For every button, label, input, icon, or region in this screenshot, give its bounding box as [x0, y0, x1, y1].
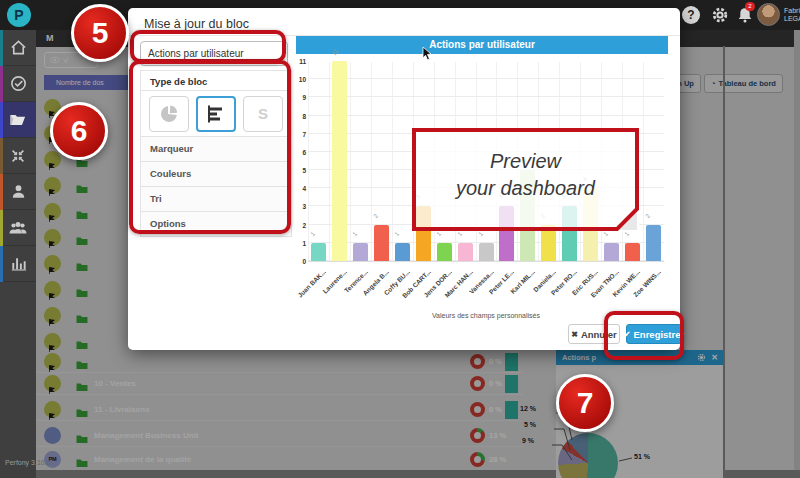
callout-rect-name-input	[130, 30, 286, 63]
collapse-arrows-icon	[9, 147, 27, 165]
callout-step-6: 6	[50, 102, 108, 160]
bar-value-label: 1	[435, 231, 442, 237]
chart-bar[interactable]	[374, 225, 389, 261]
mouse-cursor	[422, 46, 433, 61]
callout-rect-options-panel	[129, 60, 291, 234]
chart-bar[interactable]	[332, 61, 347, 261]
chart-bar[interactable]	[311, 243, 326, 261]
callout-rect-save-button	[604, 311, 684, 360]
settings-gear-icon[interactable]	[711, 6, 729, 24]
bar-value-label: 1	[477, 231, 484, 237]
person-icon	[9, 182, 28, 201]
preview-note-line2: your dashboard	[416, 175, 635, 202]
chart-bar[interactable]	[646, 225, 661, 261]
y-axis-tick: 6	[296, 149, 306, 156]
chart-bar[interactable]	[479, 243, 494, 261]
sidebar-item-tasks[interactable]	[0, 66, 36, 102]
left-nav-sidebar	[0, 30, 36, 478]
user-first-name: Fabrice	[784, 7, 800, 15]
sidebar-item-teams[interactable]	[0, 210, 36, 246]
sidebar-item-collapse[interactable]	[0, 138, 36, 174]
notification-count-badge: 2	[745, 2, 755, 11]
chart-bar[interactable]	[353, 243, 368, 261]
help-icon[interactable]: ?	[682, 6, 700, 24]
y-axis-tick: 8	[296, 113, 306, 120]
y-axis-tick: 4	[296, 185, 306, 192]
people-group-icon	[8, 218, 28, 238]
y-axis-tick: 2	[296, 222, 306, 229]
user-last-name: LEGAU	[784, 15, 800, 23]
preview-note: Preview your dashboard	[412, 128, 639, 231]
y-axis-tick: 10	[296, 76, 306, 83]
bar-value-label: 1	[393, 231, 400, 237]
bar-value-label: 1	[456, 231, 463, 237]
bar-chart-icon	[9, 254, 28, 273]
y-axis-tick: 0	[296, 258, 306, 265]
chart-bar[interactable]	[625, 243, 640, 261]
user-avatar[interactable]	[757, 3, 780, 26]
bar-value-label: 2	[372, 212, 379, 218]
y-axis-tick: 9	[296, 94, 306, 101]
perfony-logo-icon[interactable]: P	[7, 3, 31, 27]
note-fold-corner	[615, 207, 639, 231]
y-axis-tick: 1	[296, 240, 306, 247]
open-folder-icon	[8, 110, 28, 130]
y-axis-tick: 7	[296, 131, 306, 138]
callout-step-5: 5	[71, 4, 129, 62]
bar-value-label: 1	[309, 231, 316, 237]
chart-bar[interactable]	[437, 243, 452, 261]
app-window: P ? 2 Fabrice LEGAU	[0, 0, 800, 478]
user-name[interactable]: Fabrice LEGAU	[784, 7, 800, 24]
sidebar-item-contacts[interactable]	[0, 174, 36, 210]
sidebar-item-reports[interactable]	[0, 246, 36, 282]
bar-value-label: 1	[351, 231, 358, 237]
modal-title: Mise à jour du bloc	[144, 17, 249, 31]
chart-title-bar: Actions par utilisateur	[296, 36, 668, 54]
bar-value-label: 1	[623, 231, 630, 237]
preview-note-line1: Preview	[416, 148, 635, 175]
home-icon	[9, 38, 28, 57]
check-circle-icon	[9, 74, 28, 93]
callout-step-7: 7	[556, 374, 614, 432]
sidebar-item-home[interactable]	[0, 30, 36, 66]
bar-value-label: 1	[602, 231, 609, 237]
cancel-x-icon: ✖	[571, 330, 578, 339]
y-axis-tick: 11	[296, 58, 306, 65]
chart-bar[interactable]	[604, 243, 619, 261]
chart-bar[interactable]	[458, 243, 473, 261]
y-axis-tick: 3	[296, 203, 306, 210]
bar-value-label: 2	[644, 212, 651, 218]
sidebar-item-folders[interactable]	[0, 102, 36, 138]
chart-bar[interactable]	[395, 243, 410, 261]
y-axis-tick: 5	[296, 167, 306, 174]
